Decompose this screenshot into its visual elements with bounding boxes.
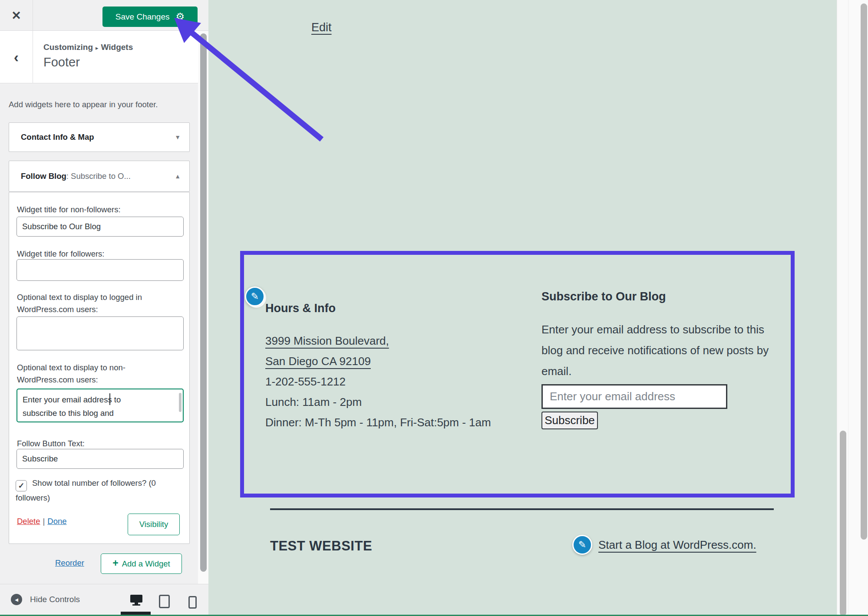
text-cursor (109, 393, 110, 405)
start-a-blog-link[interactable]: Start a Blog at WordPress.com. (598, 538, 756, 552)
textarea-value: Enter your email address to subscribe to… (23, 393, 153, 420)
back-button[interactable]: ‹ (0, 31, 33, 83)
visibility-button[interactable]: Visibility (128, 514, 180, 535)
gear-icon: ⚙ (176, 12, 185, 22)
widget-title-followers-input[interactable] (17, 259, 184, 281)
widget-action-links: Delete|Done (17, 517, 67, 526)
active-device-indicator (121, 612, 151, 615)
address-link-line2[interactable]: San Diego CA 92109 (265, 355, 371, 368)
lunch-hours: Lunch: 11am - 2pm (265, 392, 495, 412)
widget-title: Follow Blog: Subscribe to O... (21, 171, 131, 181)
hide-controls-label: Hide Controls (30, 595, 80, 604)
checkbox-checked[interactable]: ✓ (16, 480, 27, 491)
mobile-preview-button[interactable] (188, 596, 197, 609)
desktop-icon (130, 595, 142, 603)
browser-scrollbar-thumb[interactable] (861, 3, 867, 540)
breadcrumb-separator-icon: ▸ (93, 45, 101, 51)
sidebar-scrollbar-thumb[interactable] (200, 33, 207, 572)
widgets-panel: Add widgets here to appear in your foote… (0, 83, 208, 584)
nonwp-users-textarea[interactable]: Enter your email address to subscribe to… (17, 389, 184, 422)
sidebar-scrollbar[interactable] (198, 31, 208, 584)
breadcrumb: Customizing▸Widgets (43, 43, 133, 52)
save-changes-button[interactable]: Save Changes ⚙ (102, 7, 198, 27)
show-followers-checkbox-row[interactable]: ✓Show total number of followers? (0 foll… (16, 477, 187, 504)
add-widget-button[interactable]: + Add a Widget (101, 553, 182, 574)
plus-icon: + (112, 557, 118, 569)
section-header: ‹ Customizing▸Widgets Footer (0, 31, 208, 83)
customizer-bottombar: ◀ Hide Controls (0, 584, 208, 616)
customizer-sidebar: ✕ Save Changes ⚙ ‹ Customizing▸Widgets F… (0, 0, 208, 616)
subscribe-widget-title: Subscribe to Our Blog (541, 290, 666, 303)
widget-title: Contact Info & Map (21, 132, 94, 142)
links-separator: | (40, 517, 47, 526)
hours-info-widget: 3999 Mission Boulevard, San Diego CA 921… (265, 331, 495, 433)
add-widget-label: Add a Widget (122, 559, 170, 569)
widget-follow-blog-header[interactable]: Follow Blog: Subscribe to O... ▲ (9, 161, 190, 192)
pencil-icon: ✎ (251, 291, 259, 302)
email-address-input[interactable] (541, 384, 727, 409)
footer-divider (270, 508, 774, 510)
field-label-nonfollowers: Widget title for non-followers: (17, 204, 160, 216)
loggedin-users-textarea[interactable] (17, 316, 184, 350)
textarea-scrollbar[interactable] (179, 393, 182, 412)
preview-scrollbar-thumb[interactable] (840, 431, 846, 616)
hours-info-title: Hours & Info (265, 302, 336, 315)
pencil-icon: ✎ (578, 539, 586, 550)
customizer-topbar: ✕ Save Changes ⚙ (0, 0, 208, 31)
site-preview-pane: Edit ✎ Hours & Info 3999 Mission Bouleva… (208, 0, 837, 616)
collapse-icon: ◀ (11, 594, 22, 605)
widget-title-nonfollowers-input[interactable] (17, 217, 184, 237)
window-scrollbar-area (837, 0, 868, 616)
tablet-preview-button[interactable] (159, 595, 170, 608)
close-customizer-button[interactable]: ✕ (0, 0, 33, 31)
preview-edit-link[interactable]: Edit (311, 21, 332, 34)
subscribe-widget-text: Enter your email address to subscribe to… (541, 319, 779, 382)
chevron-up-icon[interactable]: ▲ (175, 173, 181, 180)
back-icon: ‹ (14, 49, 19, 66)
follow-button-text-input[interactable] (17, 449, 184, 469)
phone-number: 1-202-555-1212 (265, 372, 495, 392)
close-icon: ✕ (11, 9, 21, 23)
field-label-follow-button-text: Follow Button Text: (17, 438, 160, 450)
page-title: Footer (43, 55, 80, 69)
checkbox-label: Show total number of followers? (0 follo… (16, 478, 156, 502)
field-label-loggedin-text: Optional text to display to logged in Wo… (17, 291, 160, 316)
desktop-preview-button[interactable] (130, 595, 142, 605)
dinner-hours: Dinner: M-Th 5pm - 11pm, Fri-Sat:5pm - 1… (265, 412, 495, 433)
save-changes-label: Save Changes (116, 12, 170, 22)
address-link-line1[interactable]: 3999 Mission Boulevard, (265, 334, 389, 347)
site-title: TEST WEBSITE (270, 538, 372, 554)
done-link[interactable]: Done (47, 517, 66, 526)
edit-widget-shortcut-button[interactable]: ✎ (245, 287, 265, 306)
scrollbar-track-divider (848, 0, 848, 616)
delete-link[interactable]: Delete (17, 517, 40, 526)
hide-controls-button[interactable]: ◀ Hide Controls (11, 594, 80, 605)
reorder-link[interactable]: Reorder (55, 558, 84, 568)
panel-description: Add widgets here to appear in your foote… (9, 99, 193, 110)
widget-contact-info-map[interactable]: Contact Info & Map ▼ (9, 122, 190, 152)
edit-credit-shortcut-button[interactable]: ✎ (572, 535, 592, 555)
check-icon: ✓ (18, 481, 24, 490)
chevron-down-icon[interactable]: ▼ (175, 134, 181, 141)
field-label-followers: Widget title for followers: (17, 248, 160, 260)
subscribe-button[interactable]: Subscribe (541, 412, 598, 429)
field-label-nonwp-text: Optional text to display to non-WordPres… (17, 362, 160, 386)
widget-follow-blog-form: Widget title for non-followers: Widget t… (9, 192, 190, 544)
